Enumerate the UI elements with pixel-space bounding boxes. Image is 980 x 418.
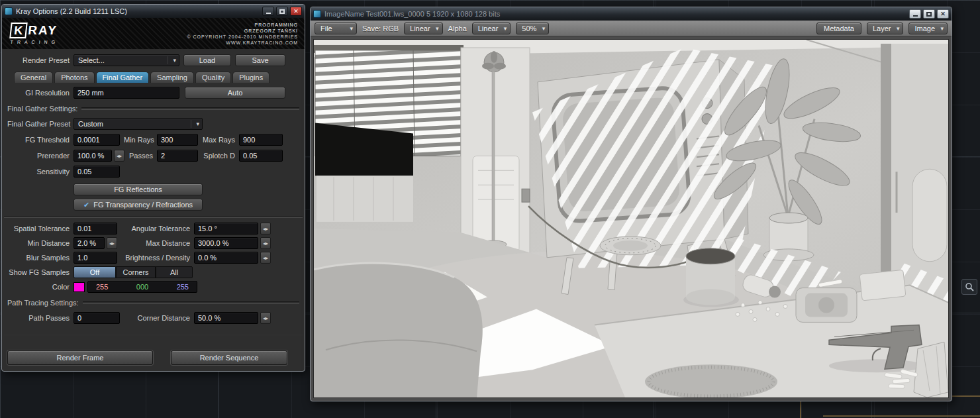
color-value-g[interactable]: 000: [136, 283, 148, 291]
zoom-dropdown[interactable]: 50%: [516, 23, 549, 34]
min-distance-stepper[interactable]: [107, 237, 117, 249]
corner-distance-stepper[interactable]: [260, 312, 271, 324]
tab-sampling[interactable]: Sampling: [150, 72, 194, 83]
blur-samples-label: Blur Samples: [7, 254, 74, 262]
maximize-button[interactable]: [276, 7, 288, 16]
metadata-button[interactable]: Metadata: [816, 23, 861, 34]
check-icon: ✔: [83, 201, 89, 209]
max-distance-stepper[interactable]: [260, 237, 271, 249]
color-value-r[interactable]: 255: [96, 283, 108, 291]
max-distance-label: Max Distance: [117, 239, 194, 247]
splotch-label: Splotch D: [198, 152, 239, 160]
kray-logo-subtitle: TRACING: [10, 40, 59, 44]
rgb-mode-dropdown[interactable]: Linear: [404, 23, 443, 34]
tab-plugins[interactable]: Plugins: [232, 72, 270, 83]
min-rays-input[interactable]: [157, 134, 198, 146]
brightness-density-stepper[interactable]: [260, 252, 271, 264]
sensitivity-input[interactable]: [74, 166, 120, 178]
kray-options-window: Kray Options (2.2 Build 1211 LSC) ✕ K RA…: [1, 4, 305, 372]
rug: [645, 364, 777, 397]
gi-resolution-input[interactable]: [74, 87, 179, 99]
color-swatch[interactable]: [74, 282, 85, 292]
path-tracing-settings-group: Path Tracing Settings:: [7, 299, 299, 307]
minimize-button[interactable]: [909, 9, 921, 19]
tab-general[interactable]: General: [14, 72, 53, 83]
close-button[interactable]: ✕: [937, 9, 949, 19]
round-floor-object: [600, 236, 661, 255]
brightness-density-input[interactable]: [194, 252, 258, 264]
corner-distance-label: Corner Distance: [120, 314, 194, 322]
maximize-button[interactable]: [923, 9, 935, 19]
sensitivity-label: Sensitivity: [7, 168, 74, 176]
color-value-b[interactable]: 255: [177, 283, 189, 291]
max-distance-input[interactable]: [194, 237, 258, 249]
magnifier-icon[interactable]: [961, 279, 977, 295]
viewer-titlebar[interactable]: ImageName Test001.lws_0000 5 1920 x 1080…: [311, 7, 952, 21]
splotch-input[interactable]: [239, 150, 283, 162]
prerender-input[interactable]: [74, 150, 112, 162]
passes-label: Passes: [124, 152, 157, 160]
box: [859, 270, 906, 301]
render-frame-button[interactable]: Render Frame: [7, 350, 153, 365]
render-preset-label: Render Preset: [7, 56, 74, 64]
tab-quality[interactable]: Quality: [195, 72, 231, 83]
alpha-label: Alpha: [448, 25, 467, 32]
max-rays-input[interactable]: [239, 134, 283, 146]
min-distance-input[interactable]: [74, 237, 105, 249]
show-fg-corners-button[interactable]: Corners: [116, 266, 156, 278]
angular-tolerance-stepper[interactable]: [260, 223, 271, 235]
tab-final-gather[interactable]: Final Gather: [96, 72, 150, 83]
load-button[interactable]: Load: [183, 54, 231, 66]
layer-dropdown[interactable]: Layer: [867, 23, 904, 34]
tab-photons[interactable]: Photons: [54, 72, 94, 83]
kray-logo-text: RAY: [27, 23, 58, 38]
kray-logo-k: K: [9, 23, 28, 38]
fg-transparency-toggle[interactable]: ✔ FG Transparency / Refractions: [74, 199, 203, 211]
grid-accent-line: [823, 415, 980, 417]
gi-resolution-label: GI Resolution: [7, 89, 74, 97]
spatial-tolerance-input[interactable]: [74, 223, 117, 235]
render-image-area[interactable]: [313, 39, 949, 398]
fg-reflections-toggle[interactable]: FG Reflections: [74, 183, 203, 195]
color-rgb-field[interactable]: 255 000 255: [87, 281, 197, 293]
passes-input[interactable]: [157, 150, 198, 162]
corner-distance-input[interactable]: [194, 312, 258, 324]
final-gather-settings-group: Final Gather Settings:: [7, 105, 299, 113]
prerender-stepper[interactable]: [114, 150, 124, 162]
show-fg-all-button[interactable]: All: [156, 266, 193, 278]
color-label: Color: [7, 283, 74, 291]
fg-threshold-input[interactable]: [74, 134, 120, 146]
kray-app-icon: [5, 7, 13, 15]
blur-samples-input[interactable]: [74, 252, 117, 264]
tall-vase: [912, 169, 947, 261]
render-image: [314, 40, 948, 397]
alpha-mode-dropdown[interactable]: Linear: [472, 23, 511, 34]
show-fg-off-button[interactable]: Off: [74, 266, 116, 278]
credits-line: GRZEGORZ TAŃSKI: [187, 28, 298, 34]
fg-transparency-label: FG Transparency / Refractions: [93, 201, 193, 209]
angular-tolerance-label: Angular Tolerance: [117, 225, 194, 233]
auto-button[interactable]: Auto: [185, 87, 285, 99]
render-sequence-button[interactable]: Render Sequence: [171, 350, 287, 365]
close-button[interactable]: ✕: [290, 7, 302, 16]
kray-window-title: Kray Options (2.2 Build 1211 LSC): [16, 7, 259, 15]
path-passes-input[interactable]: [74, 312, 120, 324]
credits-line: PROGRAMMING: [187, 22, 298, 28]
fg-threshold-label: FG Threshold: [7, 136, 74, 144]
min-rays-label: Min Rays: [120, 136, 157, 144]
render-preset-dropdown[interactable]: Select...: [74, 54, 179, 66]
fg-preset-dropdown[interactable]: Custom: [74, 118, 203, 130]
save-button[interactable]: Save: [235, 54, 285, 66]
angular-tolerance-input[interactable]: [194, 223, 258, 235]
show-fg-samples-label: Show FG Samples: [7, 268, 74, 276]
image-dropdown[interactable]: Image: [908, 23, 948, 34]
kray-logo: K RAY TRACING: [9, 23, 61, 44]
cup: [683, 248, 739, 307]
max-rays-label: Max Rays: [198, 136, 239, 144]
file-dropdown[interactable]: File: [315, 23, 357, 34]
prerender-label: Prerender: [7, 152, 74, 160]
save-rgb-label: Save: RGB: [362, 25, 399, 32]
kray-titlebar[interactable]: Kray Options (2.2 Build 1211 LSC) ✕: [2, 5, 305, 18]
spatial-tolerance-label: Spatial Tolerance: [7, 225, 74, 233]
minimize-button[interactable]: [262, 7, 274, 16]
